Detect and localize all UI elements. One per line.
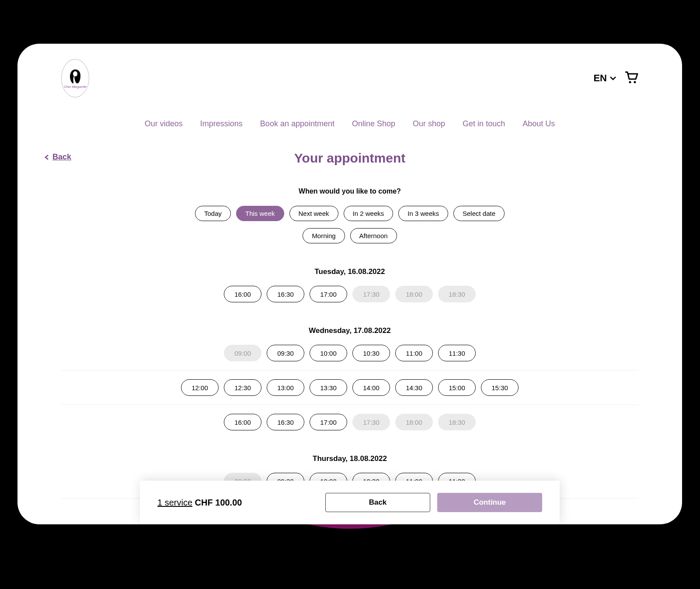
footer-buttons: Back Continue	[325, 493, 542, 512]
nav-item[interactable]: About Us	[522, 119, 555, 128]
time-slot[interactable]: 13:00	[267, 379, 304, 396]
day-title: Thursday, 18.08.2022	[61, 454, 638, 463]
time-slot[interactable]: 17:00	[310, 414, 347, 430]
page-title: Your appointment	[61, 151, 638, 166]
service-count-label: 1 service	[157, 498, 192, 507]
brand-logo-text: Chez Marguerite	[64, 85, 87, 88]
price-label: CHF 100.00	[195, 498, 242, 507]
time-slot[interactable]: 16:30	[267, 286, 304, 302]
date-filter-pill[interactable]: Today	[195, 206, 231, 221]
cart-icon	[624, 70, 638, 84]
time-slot[interactable]: 15:00	[438, 379, 476, 396]
nav-item[interactable]: Book an appointment	[260, 119, 334, 128]
top-right: EN	[593, 70, 638, 86]
svg-point-0	[73, 71, 77, 76]
date-filter-pill[interactable]: Next week	[289, 206, 338, 221]
cart-button[interactable]	[624, 70, 638, 86]
slot-row: 09:0009:3010:0010:3011:0011:30	[61, 345, 638, 361]
time-slot[interactable]: 14:30	[395, 379, 433, 396]
time-slot: 17:30	[352, 286, 390, 302]
svg-point-2	[634, 81, 636, 83]
date-filter-pill[interactable]: In 3 weeks	[398, 206, 448, 221]
time-slot: 17:30	[352, 414, 390, 430]
top-bar: Chez Marguerite EN	[61, 59, 638, 97]
time-slot[interactable]: 15:30	[481, 379, 519, 396]
day-title: Tuesday, 16.08.2022	[61, 267, 638, 276]
brand-logo[interactable]: Chez Marguerite	[61, 59, 89, 97]
back-link[interactable]: Back	[44, 152, 71, 162]
date-filter-pill[interactable]: This week	[236, 206, 284, 221]
time-slot[interactable]: 13:30	[310, 379, 347, 396]
nav-item[interactable]: Our videos	[145, 119, 183, 128]
svg-point-1	[629, 81, 631, 83]
date-filter-pill[interactable]: Morning	[303, 228, 345, 243]
time-slot[interactable]: 16:00	[224, 286, 261, 302]
app-window: Chez Marguerite EN Our videosImpressions…	[17, 44, 682, 524]
time-slot[interactable]: 11:00	[395, 345, 433, 361]
page-subtitle: When would you like to come?	[61, 187, 638, 195]
time-slot[interactable]: 14:00	[352, 379, 390, 396]
footer-bar: 1 service CHF 100.00 Back Continue	[140, 481, 560, 524]
nav-item[interactable]: Get in touch	[463, 119, 505, 128]
chevron-left-icon	[44, 154, 50, 160]
language-label: EN	[593, 73, 607, 84]
language-selector[interactable]: EN	[593, 73, 616, 84]
slot-row: 12:0012:3013:0013:3014:0014:3015:0015:30	[61, 370, 638, 396]
time-slot[interactable]: 12:30	[224, 379, 261, 396]
time-slot[interactable]: 16:00	[224, 414, 261, 430]
time-slot: 18:30	[438, 286, 476, 302]
day-block: Wednesday, 17.08.202209:0009:3010:0010:3…	[61, 326, 638, 430]
slot-row: 16:0016:3017:0017:3018:0018:30	[61, 286, 638, 302]
time-slot[interactable]: 11:30	[438, 345, 476, 361]
date-filter-pill[interactable]: Select date	[453, 206, 505, 221]
slot-row: 16:0016:3017:0017:3018:0018:30	[61, 405, 638, 430]
cart-summary[interactable]: 1 service CHF 100.00	[157, 498, 242, 508]
nav-item[interactable]: Online Shop	[352, 119, 395, 128]
footer-back-button[interactable]: Back	[325, 493, 430, 512]
date-filter-pill[interactable]: In 2 weeks	[344, 206, 394, 221]
date-filter-pill[interactable]: Afternoon	[350, 228, 397, 243]
chevron-down-icon	[609, 75, 616, 82]
day-block: Tuesday, 16.08.202216:0016:3017:0017:301…	[61, 267, 638, 302]
date-filter-row-1: TodayThis weekNext weekIn 2 weeksIn 3 we…	[61, 206, 638, 221]
time-slot: 18:30	[438, 414, 476, 430]
time-slot[interactable]: 12:00	[181, 379, 219, 396]
day-title: Wednesday, 17.08.2022	[61, 326, 638, 335]
time-slot[interactable]: 17:00	[310, 286, 347, 302]
time-slot[interactable]: 16:30	[267, 414, 304, 430]
time-slot[interactable]: 10:00	[310, 345, 347, 361]
back-link-label: Back	[52, 152, 71, 162]
footer-continue-button[interactable]: Continue	[437, 493, 542, 512]
time-slot: 09:00	[224, 345, 261, 361]
hair-logo-icon	[68, 69, 82, 84]
nav-item[interactable]: Our shop	[413, 119, 445, 128]
date-filter-row-2: MorningAfternoon	[61, 228, 638, 243]
nav-item[interactable]: Impressions	[200, 119, 243, 128]
time-slot: 18:00	[395, 286, 433, 302]
time-slot: 18:00	[395, 414, 433, 430]
time-slot[interactable]: 10:30	[352, 345, 390, 361]
main-nav: Our videosImpressionsBook an appointment…	[61, 119, 638, 128]
time-slot[interactable]: 09:30	[267, 345, 304, 361]
